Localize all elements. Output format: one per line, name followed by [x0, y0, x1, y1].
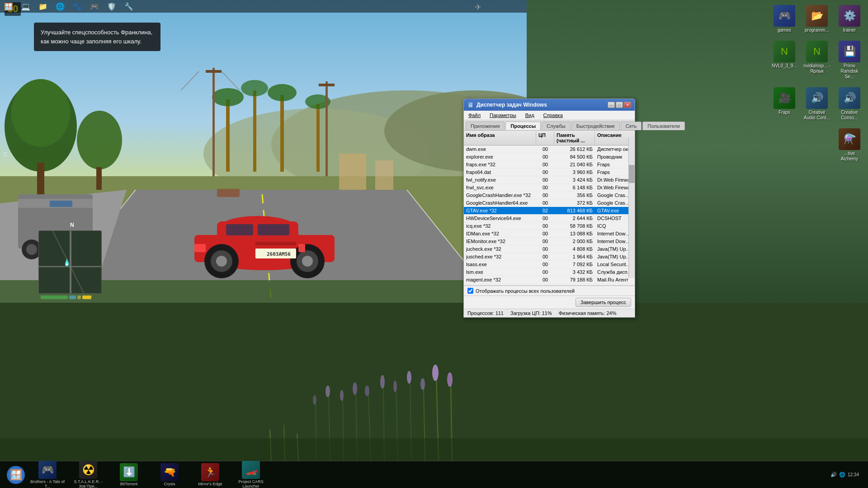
task-manager-window[interactable]: 🖥 Диспетчер задач Windows — □ ✕ Файл Пар… [463, 99, 635, 318]
desktop-icon-primo[interactable]: 💾 Primo Ramdisk Se... [834, 39, 865, 81]
table-row[interactable]: GTAV.exe *32 02 813 468 КБ GTAV.exe [464, 207, 635, 215]
desktop-icon-trainer[interactable]: ⚙️ trainer [834, 3, 865, 35]
col-memory[interactable]: Память (частный ... [554, 131, 595, 144]
menu-help[interactable]: Справка [541, 112, 565, 119]
process-name: IDMan.exe *32 [464, 230, 536, 237]
window-controls: — □ ✕ [608, 102, 631, 108]
process-name: GTAV.exe *32 [464, 207, 536, 214]
table-row[interactable]: explorer.exe 00 84 500 КБ Проводник [464, 153, 635, 161]
table-row[interactable]: fraps64.dat 00 3 960 КБ Fraps [464, 169, 635, 176]
table-row[interactable]: fwl_notify.exe 00 3 424 КБ Dr.Web Firewa… [464, 176, 635, 184]
process-cpu: 00 [536, 230, 554, 237]
svg-rect-23 [212, 68, 215, 176]
taskbar-item-stalker[interactable]: ☢️ S.T.A.L.K.E.R. - Зов При... [70, 461, 106, 488]
svg-point-62 [66, 263, 68, 265]
svg-point-44 [216, 256, 227, 267]
maximize-button[interactable]: □ [616, 102, 623, 108]
process-memory: 13 088 КБ [554, 230, 595, 237]
process-cpu: 00 [536, 161, 554, 168]
process-memory: 6 148 КБ [554, 184, 595, 191]
taskbar-item-bittorrent[interactable]: ⬇️ BitTorrent [111, 463, 147, 487]
menu-view[interactable]: Вид [523, 112, 537, 119]
table-header: Имя образа ЦП Память (частный ... Описан… [464, 131, 635, 145]
health-bar [41, 296, 68, 299]
game-window[interactable]: 2603AM56 60 Улучшайте спецспособность Фр… [0, 0, 527, 303]
scrollbar[interactable] [628, 138, 635, 278]
table-row[interactable]: frwl_svc.exe 00 6 148 КБ Dr.Web Firewall [464, 184, 635, 192]
tab-users[interactable]: Пользователи [642, 122, 685, 130]
svg-point-76 [313, 395, 316, 405]
tab-processes[interactable]: Процессы [505, 122, 541, 130]
table-row[interactable]: lsass.exe 00 7 092 КБ Local Security A..… [464, 261, 635, 268]
top-icon-windows[interactable]: 🪟 [2, 0, 15, 13]
menu-file[interactable]: Файл [466, 112, 483, 119]
desktop-icon-nvidia-inspector[interactable]: N nvidiaInsp... - Ярлык [802, 39, 832, 81]
top-icon-ie[interactable]: 🌐 [54, 0, 66, 13]
desktop-icon-programm[interactable]: 📂 programm... [802, 3, 832, 35]
table-row[interactable]: GoogleCrashHandler64.exe 00 372 КБ Googl… [464, 199, 635, 207]
process-cpu: 00 [536, 215, 554, 222]
tab-services[interactable]: Службы [542, 122, 571, 130]
show-all-users-checkbox[interactable] [467, 288, 473, 294]
table-row[interactable]: jusched.exe *32 00 1 964 КБ Java(TM) Upd… [464, 253, 635, 261]
tab-network[interactable]: Сеть [621, 122, 642, 130]
desktop-icon-games[interactable]: 🎮 games [769, 3, 800, 35]
svg-rect-24 [206, 70, 222, 73]
table-row[interactable]: icq.exe *32 00 58 708 КБ ICQ [464, 222, 635, 230]
svg-point-78 [326, 385, 330, 397]
task-manager-menubar: Файл Параметры Вид Справка [464, 111, 635, 120]
process-name: fwl_notify.exe [464, 176, 536, 183]
system-tray: 🔊 🌐 12:34 [830, 472, 863, 478]
process-name: HWDeviceService64.exe [464, 215, 536, 222]
col-name[interactable]: Имя образа [464, 131, 536, 144]
svg-point-20 [268, 84, 297, 101]
svg-rect-41 [258, 224, 289, 235]
taskbar-item-crysis[interactable]: 🔫 Crysis [151, 463, 188, 487]
desktop-icon-creative-audio[interactable]: 🔊 Creative Audio Cont... [802, 85, 832, 122]
process-name: frwl_svc.exe [464, 184, 536, 191]
top-icon-app7[interactable]: 🔧 [123, 0, 135, 13]
desktop-icon-alchemy[interactable]: ⚗️ ...tive Alchemy [834, 127, 865, 164]
table-row[interactable]: IDMan.exe *32 00 13 088 КБ Internet Down… [464, 230, 635, 238]
end-process-button[interactable]: Завершить процесс [576, 298, 631, 307]
svg-rect-54 [375, 160, 393, 190]
tab-performance[interactable]: Быстродействие [571, 122, 620, 130]
top-icon-app6[interactable]: 🛡️ [105, 0, 118, 13]
table-row[interactable]: fraps.exe *32 00 21 040 КБ Fraps [464, 161, 635, 169]
process-memory: 21 040 КБ [554, 161, 595, 168]
process-memory: 2 644 КБ [554, 215, 595, 222]
menu-parameters[interactable]: Параметры [487, 112, 519, 119]
scrollbar-thumb[interactable] [629, 165, 635, 183]
desktop-icon-fraps[interactable]: 🎥 Fraps [769, 85, 800, 122]
table-row[interactable]: HWDeviceService64.exe 00 2 644 КБ DCSHOS… [464, 215, 635, 222]
svg-rect-90 [0, 438, 868, 461]
taskbar-item-brothers[interactable]: 🎮 Brothers - A Tale of T... [29, 461, 66, 488]
table-row[interactable]: lsm.exe 00 3 432 КБ Служба диспет... [464, 268, 635, 276]
top-icon-app2[interactable]: 📁 [37, 0, 49, 13]
minimize-button[interactable]: — [608, 102, 615, 108]
top-icon-app4[interactable]: 🐾 [71, 0, 84, 13]
player-marker: N [70, 222, 74, 228]
close-button[interactable]: ✕ [624, 102, 631, 108]
svg-rect-52 [298, 244, 305, 252]
top-icon-app1[interactable]: 💻 [19, 0, 32, 13]
taskbar-item-project-cars[interactable]: 🏎️ Project CARS Launcher [233, 461, 269, 488]
col-cpu[interactable]: ЦП [536, 131, 554, 144]
svg-rect-31 [50, 201, 72, 207]
process-table: Имя образа ЦП Память (частный ... Описан… [464, 131, 635, 286]
table-row[interactable]: jucheck.exe *32 00 4 808 КБ Java(TM) Upd… [464, 245, 635, 253]
process-cpu: 00 [536, 276, 554, 283]
top-app-bar: 🪟 💻 📁 🌐 🐾 🎮 🛡️ 🔧 ✈ [0, 0, 527, 13]
top-icon-app5[interactable]: 🎮 [88, 0, 101, 13]
table-row[interactable]: magent.exe *32 00 79 188 КБ Mail.Ru Аген… [464, 276, 635, 284]
process-cpu: 00 [536, 261, 554, 268]
taskbar-item-mirrors-edge[interactable]: 🏃 Mirror's Edge [192, 463, 228, 487]
table-row[interactable]: IEMonitor.exe *32 00 2 000 КБ Internet D… [464, 238, 635, 245]
svg-rect-27 [326, 81, 328, 176]
start-button[interactable]: 🪟 [5, 464, 27, 486]
desktop-icon-creative-console[interactable]: 🔊 Creative Conso... [834, 85, 865, 122]
tab-apps[interactable]: Приложения [466, 122, 505, 130]
table-row[interactable]: GoogleCrashHandler.exe *32 00 356 КБ Goo… [464, 192, 635, 199]
table-row[interactable]: dwm.exe 00 26 612 КБ Диспетчер окс [464, 145, 635, 153]
desktop-icon-nvlo[interactable]: N NVL0_3_9... [769, 39, 800, 81]
